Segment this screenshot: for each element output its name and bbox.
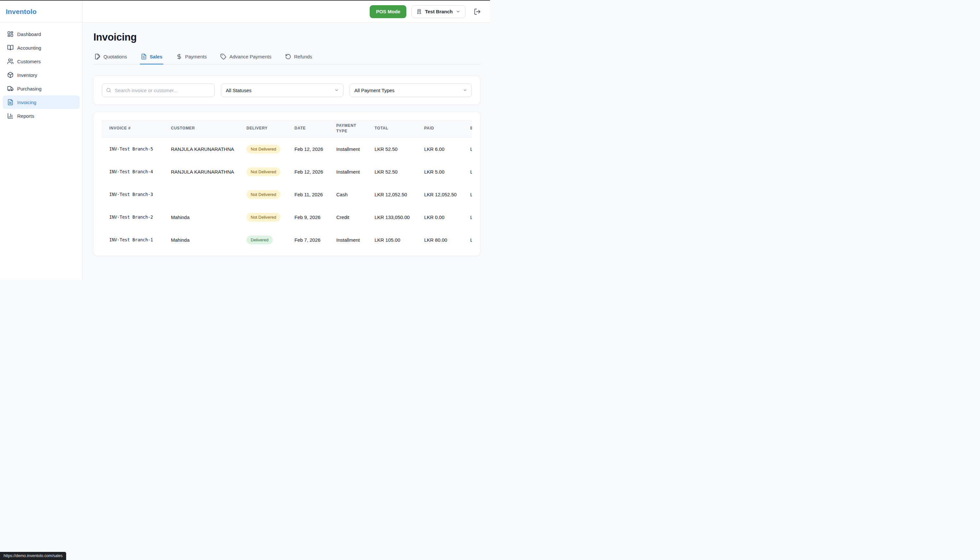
- delivery-status-badge: Not Delivered: [246, 213, 281, 222]
- file-text-icon: [7, 99, 13, 105]
- payment-type-cell: Cash: [336, 192, 375, 197]
- payment-type-cell: Installment: [336, 169, 375, 175]
- column-header: CUSTOMER: [171, 125, 246, 131]
- page-title: Invoicing: [93, 32, 480, 43]
- delivery-cell: Not Delivered: [246, 167, 294, 176]
- tab-label: Refunds: [294, 54, 312, 59]
- invoice-number-cell: INV-Test Branch-4: [101, 169, 171, 174]
- paid-cell: LKR 12,052.50: [424, 192, 470, 197]
- branch-label: Test Branch: [425, 9, 453, 14]
- app-logo[interactable]: Inventolo: [0, 1, 82, 23]
- sidebar-item-accounting[interactable]: Accounting: [3, 41, 80, 55]
- balance-cell-clipped: L: [470, 146, 472, 152]
- invoice-table-inner: INVOICE #CUSTOMERDELIVERYDATEPAYMENT TYP…: [101, 120, 472, 251]
- table-row[interactable]: INV-Test Branch-2MahindaNot DeliveredFeb…: [101, 206, 472, 228]
- truck-icon: [7, 85, 13, 92]
- date-cell: Feb 12, 2026: [294, 146, 336, 152]
- chevron-down-icon: [456, 9, 460, 14]
- table-row[interactable]: INV-Test Branch-5RANJULA KARUNARATHNANot…: [101, 138, 472, 160]
- sidebar-item-dashboard[interactable]: Dashboard: [3, 27, 80, 41]
- payment-type-cell: Installment: [336, 146, 375, 152]
- customer-cell: RANJULA KARUNARATHNA: [171, 146, 246, 152]
- delivery-cell: Not Delivered: [246, 145, 294, 153]
- tab-bar: QuotationsSalesPaymentsAdvance PaymentsR…: [93, 53, 480, 65]
- sidebar-nav: DashboardAccountingCustomersInventoryPur…: [0, 23, 82, 127]
- logout-icon: [474, 8, 481, 15]
- logout-button[interactable]: [474, 8, 481, 15]
- paid-cell: LKR 0.00: [424, 215, 470, 220]
- balance-cell-clipped: L: [470, 215, 472, 220]
- dollar-icon: [176, 53, 182, 60]
- sidebar-item-customers[interactable]: Customers: [3, 55, 80, 68]
- sidebar-item-label: Invoicing: [17, 100, 37, 105]
- table-row[interactable]: INV-Test Branch-4RANJULA KARUNARATHNANot…: [101, 160, 472, 183]
- search-input[interactable]: [102, 83, 215, 97]
- delivery-cell: Not Delivered: [246, 190, 294, 199]
- invoice-number-cell: INV-Test Branch-1: [101, 237, 171, 242]
- tab-advance-payments[interactable]: Advance Payments: [219, 53, 272, 64]
- file-text-icon: [141, 53, 147, 60]
- delivery-cell: Not Delivered: [246, 213, 294, 222]
- topbar: POS Mode Test Branch: [83, 1, 490, 23]
- invoice-table-body: INV-Test Branch-5RANJULA KARUNARATHNANot…: [101, 138, 472, 251]
- column-header: DATE: [294, 125, 336, 131]
- tag-icon: [220, 53, 226, 60]
- customer-cell: Mahinda: [171, 237, 246, 243]
- sidebar-item-label: Reports: [17, 113, 34, 119]
- tab-payments[interactable]: Payments: [175, 53, 208, 64]
- delivery-status-badge: Delivered: [246, 235, 273, 244]
- app-shell: Inventolo DashboardAccountingCustomersIn…: [0, 1, 490, 280]
- sidebar-item-invoicing[interactable]: Invoicing: [3, 95, 80, 109]
- building-icon: [416, 9, 422, 14]
- delivery-status-badge: Not Delivered: [246, 167, 281, 176]
- page-content: Invoicing QuotationsSalesPaymentsAdvance…: [83, 23, 490, 256]
- date-cell: Feb 9, 2026: [294, 215, 336, 220]
- status-filter-select[interactable]: All Statuses: [221, 83, 343, 97]
- sidebar-item-label: Accounting: [17, 45, 41, 51]
- main-area: POS Mode Test Branch Invoicing Quotation…: [83, 1, 490, 280]
- search-box: [102, 83, 215, 97]
- branch-selector[interactable]: Test Branch: [412, 5, 465, 18]
- invoice-number-cell: INV-Test Branch-2: [101, 215, 171, 220]
- date-cell: Feb 7, 2026: [294, 237, 336, 243]
- package-box-icon: [7, 72, 13, 78]
- tab-sales[interactable]: Sales: [140, 53, 163, 64]
- total-cell: LKR 52.50: [375, 146, 424, 152]
- pos-mode-button[interactable]: POS Mode: [370, 5, 406, 18]
- column-header: B: [470, 125, 472, 131]
- rotate-ccw-icon: [285, 53, 291, 60]
- date-cell: Feb 12, 2026: [294, 169, 336, 175]
- balance-cell-clipped: L: [470, 192, 472, 197]
- bar-chart-icon: [7, 113, 13, 119]
- column-header: DELIVERY: [246, 125, 294, 131]
- table-header-row: INVOICE #CUSTOMERDELIVERYDATEPAYMENT TYP…: [101, 120, 472, 138]
- paid-cell: LKR 5.00: [424, 169, 470, 175]
- sidebar-item-reports[interactable]: Reports: [3, 109, 80, 123]
- tab-label: Sales: [150, 54, 163, 59]
- payment-type-filter-select[interactable]: All Payment Types: [350, 83, 472, 97]
- date-cell: Feb 11, 2026: [294, 192, 336, 197]
- table-row[interactable]: INV-Test Branch-1MahindaDeliveredFeb 7, …: [101, 228, 472, 251]
- column-header: INVOICE #: [101, 125, 171, 131]
- filter-card: All Statuses All Payment Types: [93, 76, 480, 105]
- status-filter-value: All Statuses: [226, 88, 251, 93]
- invoice-table-card: INVOICE #CUSTOMERDELIVERYDATEPAYMENT TYP…: [93, 112, 480, 256]
- tab-refunds[interactable]: Refunds: [284, 53, 313, 64]
- customer-cell: Mahinda: [171, 215, 246, 220]
- sidebar: Inventolo DashboardAccountingCustomersIn…: [0, 1, 83, 280]
- total-cell: LKR 52.50: [375, 169, 424, 175]
- table-row[interactable]: INV-Test Branch-3Not DeliveredFeb 11, 20…: [101, 183, 472, 206]
- tab-label: Payments: [185, 54, 207, 59]
- balance-cell-clipped: L: [470, 169, 472, 175]
- column-header: PAID: [424, 125, 470, 131]
- invoice-number-cell: INV-Test Branch-5: [101, 146, 171, 152]
- sidebar-item-inventory[interactable]: Inventory: [3, 68, 80, 82]
- sidebar-item-label: Customers: [17, 59, 41, 64]
- users-icon: [7, 58, 13, 65]
- sidebar-item-label: Dashboard: [17, 32, 41, 37]
- tab-quotations[interactable]: Quotations: [93, 53, 128, 64]
- invoice-table: INVOICE #CUSTOMERDELIVERYDATEPAYMENT TYP…: [101, 120, 472, 251]
- total-cell: LKR 105.00: [375, 237, 424, 243]
- payment-type-cell: Installment: [336, 237, 375, 243]
- sidebar-item-purchasing[interactable]: Purchasing: [3, 82, 80, 95]
